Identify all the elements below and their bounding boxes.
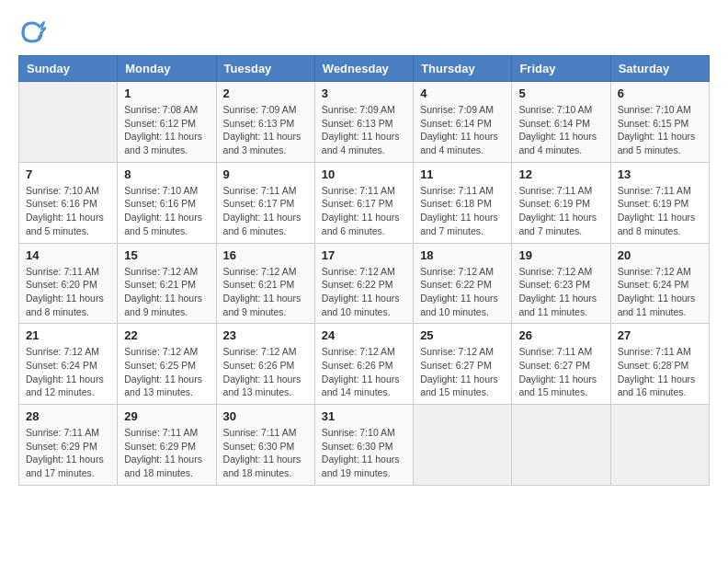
day-number: 6	[618, 86, 702, 100]
header-cell-sunday: Sunday	[19, 56, 118, 82]
day-number: 28	[26, 409, 110, 423]
day-info: Sunrise: 7:12 AM Sunset: 6:26 PM Dayligh…	[223, 345, 308, 399]
day-cell: 6Sunrise: 7:10 AM Sunset: 6:15 PM Daylig…	[610, 82, 709, 163]
day-cell: 29Sunrise: 7:11 AM Sunset: 6:29 PM Dayli…	[118, 405, 216, 486]
day-cell: 2Sunrise: 7:09 AM Sunset: 6:13 PM Daylig…	[216, 82, 314, 163]
day-cell: 14Sunrise: 7:11 AM Sunset: 6:20 PM Dayli…	[19, 243, 118, 324]
day-info: Sunrise: 7:12 AM Sunset: 6:25 PM Dayligh…	[124, 345, 209, 399]
day-cell: 31Sunrise: 7:10 AM Sunset: 6:30 PM Dayli…	[314, 405, 413, 486]
day-cell: 22Sunrise: 7:12 AM Sunset: 6:25 PM Dayli…	[118, 324, 216, 405]
day-info: Sunrise: 7:11 AM Sunset: 6:27 PM Dayligh…	[518, 345, 603, 399]
day-cell: 23Sunrise: 7:12 AM Sunset: 6:26 PM Dayli…	[216, 324, 314, 405]
day-info: Sunrise: 7:11 AM Sunset: 6:28 PM Dayligh…	[618, 345, 702, 399]
day-cell: 16Sunrise: 7:12 AM Sunset: 6:21 PM Dayli…	[216, 243, 314, 324]
day-cell: 26Sunrise: 7:11 AM Sunset: 6:27 PM Dayli…	[512, 324, 610, 405]
day-number: 20	[618, 248, 702, 262]
header-cell-tuesday: Tuesday	[216, 56, 314, 82]
day-cell: 9Sunrise: 7:11 AM Sunset: 6:17 PM Daylig…	[216, 162, 314, 243]
day-number: 25	[420, 328, 505, 342]
day-cell	[19, 82, 118, 163]
day-info: Sunrise: 7:11 AM Sunset: 6:18 PM Dayligh…	[420, 184, 505, 238]
day-number: 24	[322, 328, 406, 342]
day-number: 3	[322, 86, 406, 100]
day-number: 27	[618, 328, 702, 342]
day-cell: 28Sunrise: 7:11 AM Sunset: 6:29 PM Dayli…	[19, 405, 118, 486]
day-info: Sunrise: 7:12 AM Sunset: 6:23 PM Dayligh…	[518, 265, 603, 319]
day-cell: 13Sunrise: 7:11 AM Sunset: 6:19 PM Dayli…	[610, 162, 709, 243]
day-cell: 1Sunrise: 7:08 AM Sunset: 6:12 PM Daylig…	[118, 82, 216, 163]
day-cell: 27Sunrise: 7:11 AM Sunset: 6:28 PM Dayli…	[610, 324, 709, 405]
day-number: 2	[223, 86, 308, 100]
day-number: 7	[26, 167, 110, 181]
week-row-5: 28Sunrise: 7:11 AM Sunset: 6:29 PM Dayli…	[19, 405, 710, 486]
day-cell: 12Sunrise: 7:11 AM Sunset: 6:19 PM Dayli…	[512, 162, 610, 243]
day-cell: 11Sunrise: 7:11 AM Sunset: 6:18 PM Dayli…	[414, 162, 512, 243]
day-number: 4	[420, 86, 505, 100]
day-info: Sunrise: 7:12 AM Sunset: 6:27 PM Dayligh…	[420, 345, 505, 399]
header	[18, 18, 710, 46]
day-cell: 8Sunrise: 7:10 AM Sunset: 6:16 PM Daylig…	[118, 162, 216, 243]
logo	[18, 18, 50, 46]
day-cell: 15Sunrise: 7:12 AM Sunset: 6:21 PM Dayli…	[118, 243, 216, 324]
day-info: Sunrise: 7:12 AM Sunset: 6:22 PM Dayligh…	[420, 265, 505, 319]
week-row-3: 14Sunrise: 7:11 AM Sunset: 6:20 PM Dayli…	[19, 243, 710, 324]
day-info: Sunrise: 7:12 AM Sunset: 6:24 PM Dayligh…	[618, 265, 702, 319]
day-cell: 25Sunrise: 7:12 AM Sunset: 6:27 PM Dayli…	[414, 324, 512, 405]
day-number: 29	[124, 409, 209, 423]
week-row-1: 1Sunrise: 7:08 AM Sunset: 6:12 PM Daylig…	[19, 82, 710, 163]
day-cell: 4Sunrise: 7:09 AM Sunset: 6:14 PM Daylig…	[414, 82, 512, 163]
day-number: 11	[420, 167, 505, 181]
day-number: 18	[420, 248, 505, 262]
day-cell: 20Sunrise: 7:12 AM Sunset: 6:24 PM Dayli…	[610, 243, 709, 324]
day-info: Sunrise: 7:11 AM Sunset: 6:29 PM Dayligh…	[124, 426, 209, 480]
day-number: 1	[124, 86, 209, 100]
header-cell-monday: Monday	[118, 56, 216, 82]
day-number: 31	[322, 409, 406, 423]
calendar-table: SundayMondayTuesdayWednesdayThursdayFrid…	[18, 55, 710, 486]
day-info: Sunrise: 7:11 AM Sunset: 6:19 PM Dayligh…	[518, 184, 603, 238]
day-info: Sunrise: 7:11 AM Sunset: 6:19 PM Dayligh…	[618, 184, 702, 238]
header-row: SundayMondayTuesdayWednesdayThursdayFrid…	[19, 56, 710, 82]
day-cell: 17Sunrise: 7:12 AM Sunset: 6:22 PM Dayli…	[314, 243, 413, 324]
day-info: Sunrise: 7:12 AM Sunset: 6:21 PM Dayligh…	[124, 265, 209, 319]
day-cell: 5Sunrise: 7:10 AM Sunset: 6:14 PM Daylig…	[512, 82, 610, 163]
day-number: 10	[322, 167, 406, 181]
day-info: Sunrise: 7:12 AM Sunset: 6:26 PM Dayligh…	[322, 345, 406, 399]
day-cell	[414, 405, 512, 486]
day-number: 16	[223, 248, 308, 262]
day-info: Sunrise: 7:09 AM Sunset: 6:14 PM Dayligh…	[420, 103, 505, 157]
day-info: Sunrise: 7:10 AM Sunset: 6:14 PM Dayligh…	[518, 103, 603, 157]
day-info: Sunrise: 7:10 AM Sunset: 6:30 PM Dayligh…	[322, 426, 406, 480]
day-info: Sunrise: 7:11 AM Sunset: 6:29 PM Dayligh…	[26, 426, 110, 480]
week-row-4: 21Sunrise: 7:12 AM Sunset: 6:24 PM Dayli…	[19, 324, 710, 405]
day-cell	[512, 405, 610, 486]
day-cell: 21Sunrise: 7:12 AM Sunset: 6:24 PM Dayli…	[19, 324, 118, 405]
header-cell-saturday: Saturday	[610, 56, 709, 82]
day-info: Sunrise: 7:12 AM Sunset: 6:22 PM Dayligh…	[322, 265, 406, 319]
day-info: Sunrise: 7:09 AM Sunset: 6:13 PM Dayligh…	[223, 103, 308, 157]
day-number: 26	[518, 328, 603, 342]
header-cell-wednesday: Wednesday	[314, 56, 413, 82]
day-info: Sunrise: 7:11 AM Sunset: 6:20 PM Dayligh…	[26, 265, 110, 319]
day-cell: 3Sunrise: 7:09 AM Sunset: 6:13 PM Daylig…	[314, 82, 413, 163]
day-number: 23	[223, 328, 308, 342]
day-cell: 24Sunrise: 7:12 AM Sunset: 6:26 PM Dayli…	[314, 324, 413, 405]
day-info: Sunrise: 7:11 AM Sunset: 6:30 PM Dayligh…	[223, 426, 308, 480]
day-number: 12	[518, 167, 603, 181]
day-cell: 18Sunrise: 7:12 AM Sunset: 6:22 PM Dayli…	[414, 243, 512, 324]
day-info: Sunrise: 7:12 AM Sunset: 6:21 PM Dayligh…	[223, 265, 308, 319]
day-number: 14	[26, 248, 110, 262]
day-info: Sunrise: 7:10 AM Sunset: 6:16 PM Dayligh…	[26, 184, 110, 238]
day-info: Sunrise: 7:09 AM Sunset: 6:13 PM Dayligh…	[322, 103, 406, 157]
day-cell: 10Sunrise: 7:11 AM Sunset: 6:17 PM Dayli…	[314, 162, 413, 243]
day-number: 9	[223, 167, 308, 181]
day-number: 13	[618, 167, 702, 181]
day-cell: 30Sunrise: 7:11 AM Sunset: 6:30 PM Dayli…	[216, 405, 314, 486]
week-row-2: 7Sunrise: 7:10 AM Sunset: 6:16 PM Daylig…	[19, 162, 710, 243]
day-number: 17	[322, 248, 406, 262]
day-cell: 7Sunrise: 7:10 AM Sunset: 6:16 PM Daylig…	[19, 162, 118, 243]
day-info: Sunrise: 7:10 AM Sunset: 6:15 PM Dayligh…	[618, 103, 702, 157]
day-number: 5	[518, 86, 603, 100]
day-cell: 19Sunrise: 7:12 AM Sunset: 6:23 PM Dayli…	[512, 243, 610, 324]
day-info: Sunrise: 7:11 AM Sunset: 6:17 PM Dayligh…	[223, 184, 308, 238]
